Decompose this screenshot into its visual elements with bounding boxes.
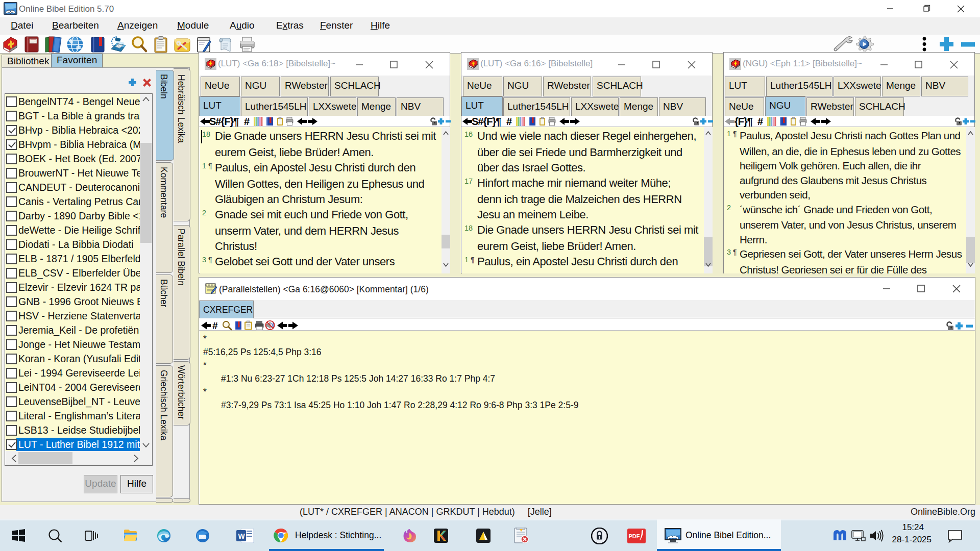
svg-text:#: #: [212, 320, 218, 331]
svg-text:W: W: [238, 532, 246, 540]
svg-text:PDF: PDF: [629, 533, 640, 539]
